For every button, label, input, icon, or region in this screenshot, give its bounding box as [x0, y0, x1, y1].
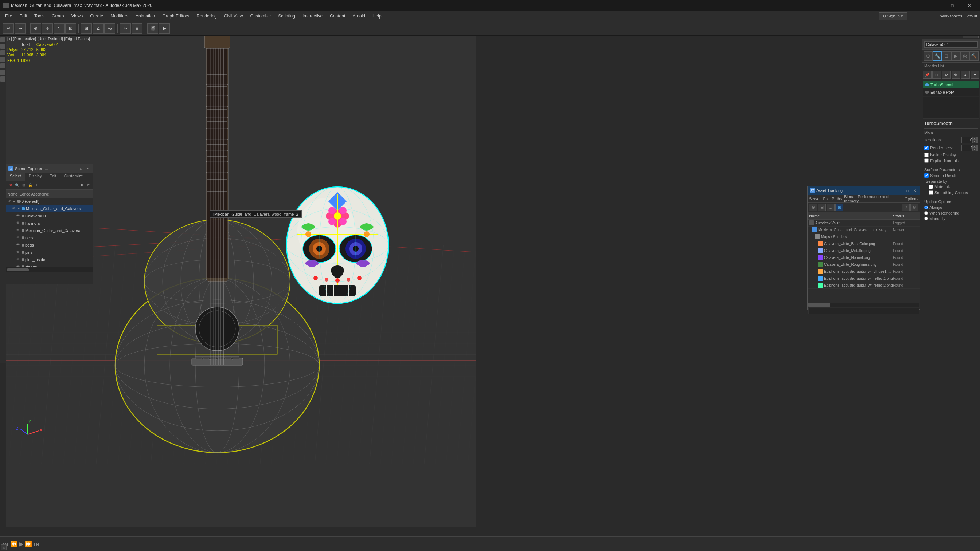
at-btn-1[interactable]: ⊕ [809, 204, 817, 211]
at-btn-3[interactable]: ≡ [827, 204, 835, 211]
when-rendering-radio[interactable] [924, 211, 928, 215]
at-horizontal-scrollbar[interactable] [808, 303, 919, 307]
se-close-btn[interactable]: ✕ [85, 166, 91, 171]
create-panel-btn[interactable]: ⊕ [924, 51, 932, 61]
at-row-max-file[interactable]: Mexican_Guitar_and_Calavera_max_vray.max… [808, 227, 920, 233]
modifier-turbosmooth[interactable]: TurboSmooth [923, 81, 979, 89]
menu-file[interactable]: File [2, 12, 16, 20]
menu-graph-editors[interactable]: Graph Editors [159, 12, 193, 20]
maximize-button[interactable]: □ [944, 0, 960, 11]
at-menu-file[interactable]: File [823, 197, 829, 201]
spin-down2[interactable]: ▼ [972, 148, 977, 151]
at-menu-bitmap[interactable]: Bitmap Performance and Memory [844, 194, 902, 203]
tree-item-harmony[interactable]: 👁 harmony [6, 219, 93, 227]
spin-down[interactable]: ▼ [972, 140, 977, 143]
se-scrollbar[interactable] [6, 267, 93, 272]
select-button[interactable]: ⊕ [30, 23, 41, 33]
pin-stack-btn[interactable]: 📌 [923, 71, 932, 79]
move-mod-up-btn[interactable]: ▲ [961, 71, 970, 79]
smooth-result-checkbox[interactable] [924, 173, 929, 178]
at-minimize-btn[interactable]: — [897, 187, 903, 194]
tree-item-pins-inside[interactable]: 👁 pins_inside [6, 256, 93, 263]
menu-help[interactable]: Help [369, 12, 385, 20]
sidebar-icon-4[interactable] [0, 57, 5, 62]
menu-customize[interactable]: Customize [247, 12, 275, 20]
utilities-panel-btn[interactable]: 🔨 [969, 51, 978, 61]
at-row-metallic[interactable]: Calavera_white_Metallic.png Found [808, 247, 920, 254]
tree-item-neck[interactable]: 👁 neck [6, 234, 93, 241]
se-r-icon[interactable]: R [86, 183, 91, 188]
sidebar-icon-6[interactable] [0, 70, 5, 75]
always-radio[interactable] [924, 206, 928, 210]
angle-snap[interactable]: ∠ [92, 23, 103, 33]
sidebar-icon-1[interactable] [0, 37, 5, 42]
menu-views[interactable]: Views [67, 12, 86, 20]
menu-group[interactable]: Group [48, 12, 67, 20]
at-btn-2[interactable]: ⊟ [818, 204, 826, 211]
tree-item-guitar-group[interactable]: 👁 ▼ Mexican_Guitar_and_Calavera [6, 205, 93, 212]
tree-item-pins[interactable]: 👁 pins [6, 249, 93, 256]
at-row-basecolor[interactable]: Calavera_white_BaseColor.png Found [808, 240, 920, 247]
signin-button[interactable]: ⚙ Sign In ▾ [879, 13, 907, 20]
sidebar-icon-7[interactable] [0, 76, 5, 82]
tab-display[interactable]: Display [25, 173, 46, 181]
render-setup[interactable]: 🎬 [147, 23, 158, 33]
timeline-end-btn[interactable]: ⏭ [33, 541, 39, 547]
close-button[interactable]: ✕ [961, 0, 977, 11]
render-iters-input[interactable] [961, 146, 972, 150]
sidebar-icon-2[interactable] [0, 44, 5, 49]
tree-item-mex-guitar[interactable]: 👁 Mexican_Guitar_and_Calavera [6, 227, 93, 234]
se-search-icon[interactable]: 🔍 [14, 183, 20, 188]
scene-tree-view[interactable]: Name (Sorted Ascending) 👁 ▶ 0 (default) … [6, 190, 93, 267]
render-iters-checkbox[interactable] [924, 146, 929, 150]
corner-icon-1[interactable]: △ [1, 545, 6, 550]
minimize-button[interactable]: — [928, 0, 943, 11]
isoline-checkbox[interactable] [924, 152, 929, 157]
tree-item-strings[interactable]: 👁 strings [6, 263, 93, 267]
modify-panel-btn[interactable]: 🔧 [932, 51, 942, 61]
timeline-next-btn[interactable]: ⏩ [25, 540, 32, 547]
se-f-icon[interactable]: F [79, 183, 85, 188]
move-button[interactable]: ✛ [42, 23, 53, 33]
at-row-normal[interactable]: Calavera_white_Normal.png Found [808, 254, 920, 261]
delete-mod-btn[interactable]: 🗑 [951, 71, 960, 79]
sidebar-icon-3[interactable] [0, 50, 5, 56]
manually-radio[interactable] [924, 217, 928, 220]
at-row-roughness[interactable]: Calavera_white_Roughness.png Found [808, 261, 920, 268]
se-filter-icon[interactable]: ⊟ [21, 183, 27, 188]
se-scrollbar-thumb[interactable] [7, 268, 29, 271]
at-row-diffuse1[interactable]: Epiphone_acoustic_guitar_wf_diffuse1.png… [808, 268, 920, 275]
menu-arnold[interactable]: Arnold [349, 12, 369, 20]
at-menu-options[interactable]: Options [905, 197, 918, 201]
menu-rendering[interactable]: Rendering [193, 12, 220, 20]
render-iters-spinner[interactable]: ▲ ▼ [961, 144, 978, 151]
tab-select[interactable]: Select [6, 173, 25, 181]
at-menu-server[interactable]: Server [809, 197, 821, 201]
menu-scripting[interactable]: Scripting [274, 12, 299, 20]
iterations-spinner[interactable]: ▲ ▼ [961, 137, 978, 143]
menu-interactive[interactable]: Interactive [299, 12, 326, 20]
mod-visibility-eye[interactable] [924, 83, 929, 86]
at-search-bar[interactable] [808, 308, 919, 314]
menu-create[interactable]: Create [86, 12, 107, 20]
rotate-button[interactable]: ↻ [54, 23, 65, 33]
menu-animation[interactable]: Animation [132, 12, 159, 20]
at-scrollbar-thumb[interactable] [808, 303, 830, 307]
motion-panel-btn[interactable]: ▶ [951, 51, 960, 61]
menu-edit[interactable]: Edit [16, 12, 30, 20]
at-menu-paths[interactable]: Paths [832, 197, 842, 201]
modifier-editable-poly[interactable]: Editable Poly [923, 89, 979, 96]
se-minimize-btn[interactable]: — [72, 166, 78, 171]
undo-button[interactable]: ↩ [3, 23, 14, 33]
align-button[interactable]: ⊟ [132, 23, 143, 33]
spin-up[interactable]: ▲ [972, 137, 977, 140]
menu-content[interactable]: Content [326, 12, 349, 20]
smoothing-groups-checkbox[interactable] [929, 191, 933, 195]
render-button[interactable]: ▶ [159, 23, 170, 33]
mirror-button[interactable]: ⇔ [120, 23, 131, 33]
at-table-body[interactable]: Autodesk Vault Logged... Mexican_Guitar_… [808, 219, 920, 302]
at-btn-5[interactable]: ? [902, 204, 910, 211]
at-btn-6[interactable]: ⚙ [910, 204, 918, 211]
mod-visibility-eye2[interactable] [924, 91, 929, 94]
timeline-prev-btn[interactable]: ⏪ [10, 540, 18, 547]
